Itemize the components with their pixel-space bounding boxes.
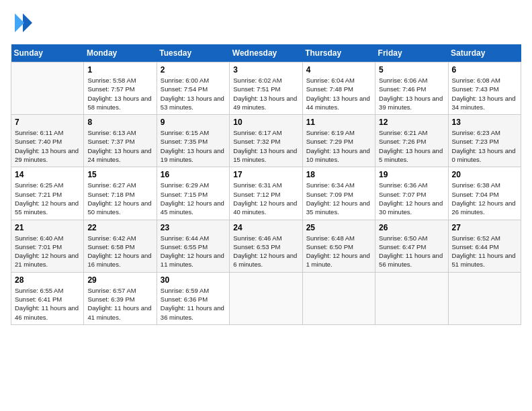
day-number: 20: [452, 170, 517, 179]
day-cell: [448, 272, 521, 324]
day-number: 27: [452, 223, 517, 232]
week-row-4: 21Sunrise: 6:40 AM Sunset: 7:01 PM Dayli…: [11, 220, 521, 272]
day-cell: 15Sunrise: 6:27 AM Sunset: 7:18 PM Dayli…: [84, 167, 157, 220]
day-info: Sunrise: 6:52 AM Sunset: 6:44 PM Dayligh…: [452, 234, 517, 269]
day-info: Sunrise: 6:50 AM Sunset: 6:47 PM Dayligh…: [379, 234, 444, 269]
day-cell: 3Sunrise: 6:02 AM Sunset: 7:51 PM Daylig…: [230, 62, 302, 115]
day-cell: 2Sunrise: 6:00 AM Sunset: 7:54 PM Daylig…: [157, 62, 229, 115]
weekday-header-sunday: Sunday: [11, 44, 84, 62]
day-cell: 8Sunrise: 6:13 AM Sunset: 7:37 PM Daylig…: [84, 115, 157, 167]
day-cell: [11, 62, 84, 115]
day-cell: 23Sunrise: 6:44 AM Sunset: 6:55 PM Dayli…: [157, 220, 229, 272]
day-number: 10: [233, 118, 298, 127]
day-number: 14: [15, 170, 80, 179]
day-number: 2: [161, 65, 226, 75]
day-cell: 30Sunrise: 6:59 AM Sunset: 6:36 PM Dayli…: [157, 272, 229, 324]
day-number: 22: [87, 223, 152, 232]
week-row-1: 1Sunrise: 5:58 AM Sunset: 7:57 PM Daylig…: [11, 62, 521, 115]
day-cell: 1Sunrise: 5:58 AM Sunset: 7:57 PM Daylig…: [84, 62, 157, 115]
day-info: Sunrise: 6:27 AM Sunset: 7:18 PM Dayligh…: [87, 181, 152, 216]
day-number: 12: [379, 118, 444, 127]
day-info: Sunrise: 6:21 AM Sunset: 7:26 PM Dayligh…: [379, 128, 444, 164]
day-number: 30: [161, 275, 226, 285]
day-number: 4: [306, 65, 371, 75]
day-cell: 9Sunrise: 6:15 AM Sunset: 7:35 PM Daylig…: [157, 115, 229, 167]
day-cell: 20Sunrise: 6:38 AM Sunset: 7:04 PM Dayli…: [448, 167, 521, 220]
day-cell: 7Sunrise: 6:11 AM Sunset: 7:40 PM Daylig…: [11, 115, 84, 167]
page-header: [11, 11, 521, 38]
day-info: Sunrise: 6:08 AM Sunset: 7:43 PM Dayligh…: [452, 76, 517, 111]
day-number: 21: [15, 223, 80, 232]
day-number: 25: [306, 223, 371, 232]
week-row-3: 14Sunrise: 6:25 AM Sunset: 7:21 PM Dayli…: [11, 167, 521, 220]
calendar: SundayMondayTuesdayWednesdayThursdayFrid…: [11, 44, 521, 325]
logo: [11, 11, 35, 38]
day-info: Sunrise: 6:57 AM Sunset: 6:39 PM Dayligh…: [87, 286, 152, 322]
day-number: 1: [87, 65, 152, 75]
day-cell: 12Sunrise: 6:21 AM Sunset: 7:26 PM Dayli…: [375, 115, 448, 167]
day-cell: 21Sunrise: 6:40 AM Sunset: 7:01 PM Dayli…: [11, 220, 84, 272]
day-info: Sunrise: 6:31 AM Sunset: 7:12 PM Dayligh…: [233, 181, 298, 216]
weekday-header-wednesday: Wednesday: [230, 44, 302, 62]
day-cell: 4Sunrise: 6:04 AM Sunset: 7:48 PM Daylig…: [302, 62, 375, 115]
day-info: Sunrise: 6:17 AM Sunset: 7:32 PM Dayligh…: [233, 128, 298, 164]
day-number: 23: [161, 223, 226, 232]
day-info: Sunrise: 6:11 AM Sunset: 7:40 PM Dayligh…: [15, 128, 80, 164]
day-info: Sunrise: 6:34 AM Sunset: 7:09 PM Dayligh…: [306, 181, 371, 216]
day-number: 7: [15, 118, 80, 127]
day-number: 28: [15, 275, 80, 285]
weekday-header-thursday: Thursday: [302, 44, 375, 62]
day-number: 9: [161, 118, 226, 127]
day-info: Sunrise: 6:46 AM Sunset: 6:53 PM Dayligh…: [233, 234, 298, 269]
weekday-header-friday: Friday: [375, 44, 448, 62]
day-number: 3: [233, 65, 298, 75]
weekday-header-monday: Monday: [84, 44, 157, 62]
day-cell: 18Sunrise: 6:34 AM Sunset: 7:09 PM Dayli…: [302, 167, 375, 220]
day-cell: [375, 272, 448, 324]
day-info: Sunrise: 6:25 AM Sunset: 7:21 PM Dayligh…: [15, 181, 80, 216]
day-number: 8: [87, 118, 152, 127]
day-info: Sunrise: 6:55 AM Sunset: 6:41 PM Dayligh…: [15, 286, 80, 322]
day-cell: 5Sunrise: 6:06 AM Sunset: 7:46 PM Daylig…: [375, 62, 448, 115]
day-number: 15: [87, 170, 152, 179]
weekday-header-row: SundayMondayTuesdayWednesdayThursdayFrid…: [11, 44, 521, 62]
day-cell: 11Sunrise: 6:19 AM Sunset: 7:29 PM Dayli…: [302, 115, 375, 167]
day-cell: 16Sunrise: 6:29 AM Sunset: 7:15 PM Dayli…: [157, 167, 229, 220]
day-info: Sunrise: 6:02 AM Sunset: 7:51 PM Dayligh…: [233, 76, 298, 111]
day-cell: 17Sunrise: 6:31 AM Sunset: 7:12 PM Dayli…: [230, 167, 302, 220]
day-info: Sunrise: 6:44 AM Sunset: 6:55 PM Dayligh…: [161, 234, 226, 269]
day-info: Sunrise: 5:58 AM Sunset: 7:57 PM Dayligh…: [87, 76, 152, 111]
day-info: Sunrise: 6:29 AM Sunset: 7:15 PM Dayligh…: [161, 181, 226, 216]
day-info: Sunrise: 6:15 AM Sunset: 7:35 PM Dayligh…: [161, 128, 226, 164]
day-number: 24: [233, 223, 298, 232]
day-cell: [302, 272, 375, 324]
week-row-5: 28Sunrise: 6:55 AM Sunset: 6:41 PM Dayli…: [11, 272, 521, 324]
day-info: Sunrise: 6:04 AM Sunset: 7:48 PM Dayligh…: [306, 76, 371, 111]
day-number: 29: [87, 275, 152, 285]
day-number: 5: [379, 65, 444, 75]
day-info: Sunrise: 6:06 AM Sunset: 7:46 PM Dayligh…: [379, 76, 444, 111]
day-cell: 27Sunrise: 6:52 AM Sunset: 6:44 PM Dayli…: [448, 220, 521, 272]
day-info: Sunrise: 6:00 AM Sunset: 7:54 PM Dayligh…: [161, 76, 226, 111]
day-number: 16: [161, 170, 226, 179]
day-number: 18: [306, 170, 371, 179]
day-number: 13: [452, 118, 517, 127]
day-number: 19: [379, 170, 444, 179]
logo-icon: [11, 11, 35, 35]
day-cell: 10Sunrise: 6:17 AM Sunset: 7:32 PM Dayli…: [230, 115, 302, 167]
day-cell: 14Sunrise: 6:25 AM Sunset: 7:21 PM Dayli…: [11, 167, 84, 220]
day-cell: 13Sunrise: 6:23 AM Sunset: 7:23 PM Dayli…: [448, 115, 521, 167]
day-info: Sunrise: 6:59 AM Sunset: 6:36 PM Dayligh…: [161, 286, 226, 322]
day-info: Sunrise: 6:36 AM Sunset: 7:07 PM Dayligh…: [379, 181, 444, 216]
day-info: Sunrise: 6:19 AM Sunset: 7:29 PM Dayligh…: [306, 128, 371, 164]
day-cell: 29Sunrise: 6:57 AM Sunset: 6:39 PM Dayli…: [84, 272, 157, 324]
day-info: Sunrise: 6:13 AM Sunset: 7:37 PM Dayligh…: [87, 128, 152, 164]
day-number: 6: [452, 65, 517, 75]
day-number: 11: [306, 118, 371, 127]
day-cell: 6Sunrise: 6:08 AM Sunset: 7:43 PM Daylig…: [448, 62, 521, 115]
day-number: 26: [379, 223, 444, 232]
day-number: 17: [233, 170, 298, 179]
day-cell: 19Sunrise: 6:36 AM Sunset: 7:07 PM Dayli…: [375, 167, 448, 220]
day-info: Sunrise: 6:42 AM Sunset: 6:58 PM Dayligh…: [87, 234, 152, 269]
day-cell: 22Sunrise: 6:42 AM Sunset: 6:58 PM Dayli…: [84, 220, 157, 272]
